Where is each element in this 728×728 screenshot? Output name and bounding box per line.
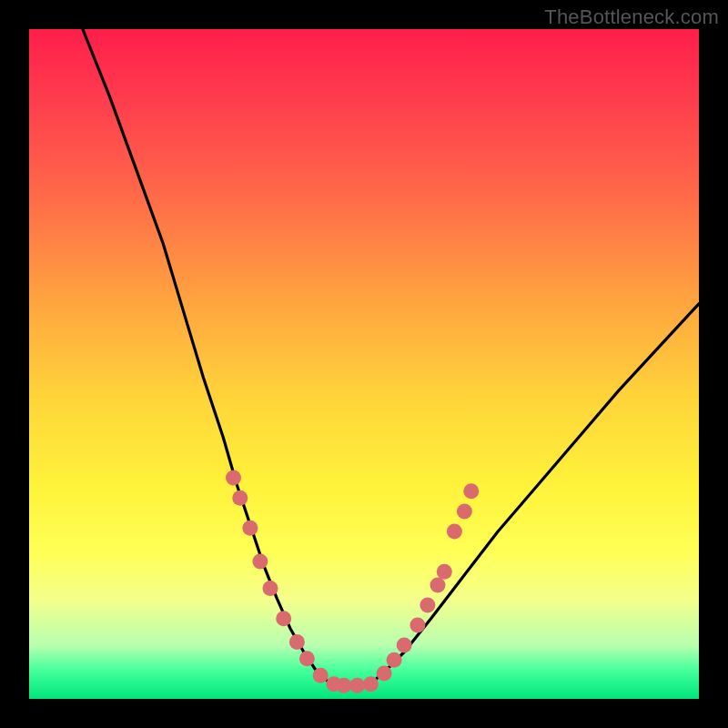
chart-frame: TheBottleneck.com bbox=[0, 0, 728, 728]
curve-marker bbox=[463, 483, 479, 499]
curve-marker bbox=[299, 651, 315, 666]
curve-marker bbox=[410, 618, 425, 633]
curve-marker bbox=[420, 598, 435, 613]
curve-marker bbox=[276, 611, 291, 626]
curve-marker bbox=[437, 564, 452, 580]
curve-marker bbox=[363, 676, 379, 692]
curve-marker bbox=[430, 577, 446, 592]
bottleneck-curve-path bbox=[83, 29, 699, 685]
chart-plot-area bbox=[29, 29, 699, 699]
curve-markers bbox=[226, 470, 479, 693]
curve-marker bbox=[397, 638, 412, 653]
curve-marker bbox=[377, 666, 392, 682]
bottleneck-curve-svg bbox=[29, 29, 699, 699]
watermark-text: TheBottleneck.com bbox=[544, 5, 719, 29]
curve-marker bbox=[289, 634, 305, 650]
curve-marker bbox=[226, 470, 241, 486]
curve-marker bbox=[447, 524, 462, 540]
curve-marker bbox=[263, 581, 278, 596]
curve-marker bbox=[252, 554, 268, 570]
curve-marker bbox=[349, 678, 365, 693]
curve-marker bbox=[242, 521, 258, 536]
curve-marker bbox=[313, 668, 329, 683]
curve-marker bbox=[387, 652, 402, 668]
curve-marker bbox=[232, 490, 248, 506]
curve-marker bbox=[457, 503, 472, 519]
curve-marker bbox=[336, 678, 351, 693]
